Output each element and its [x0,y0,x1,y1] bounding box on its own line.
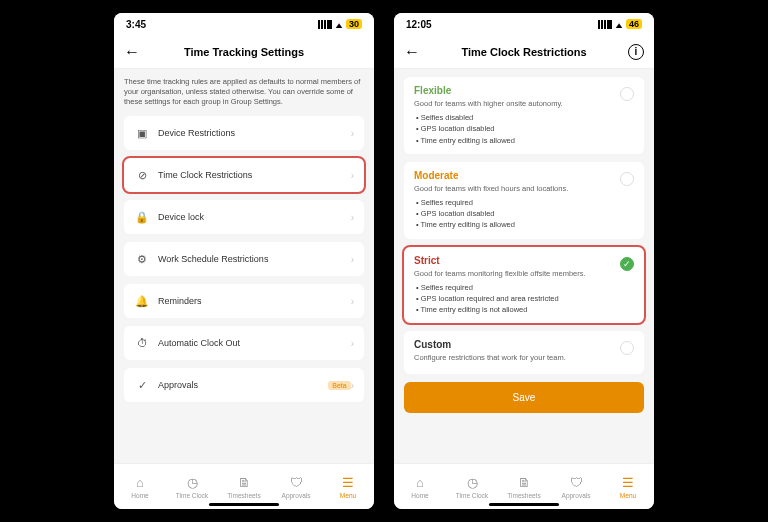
row-label: Reminders [158,296,351,306]
chevron-right-icon: › [351,170,354,181]
approvals-icon: ✓ [134,377,150,393]
home-icon: ⌂ [136,475,144,490]
bullet: Time entry editing is allowed [416,219,634,230]
settings-row-bell[interactable]: 🔔Reminders› [124,284,364,318]
option-subtitle: Good for teams with fixed hours and loca… [414,184,634,193]
option-subtitle: Configure restrictions that work for you… [414,353,634,362]
radio-strict[interactable]: ✓ [620,257,634,271]
bullet: GPS location disabled [416,208,634,219]
wifi-icon [615,19,623,30]
phone-settings: 3:45 30 ← Time Tracking Settings These t… [114,13,374,509]
tab-label: Menu [340,492,356,499]
option-moderate[interactable]: ModerateGood for teams with fixed hours … [404,162,644,239]
row-label: Approvals [158,380,324,390]
bullet: Selfies disabled [416,112,634,123]
tab-home[interactable]: ⌂Home [114,464,166,509]
chevron-right-icon: › [351,296,354,307]
status-time: 3:45 [126,19,146,30]
status-right: 30 [318,19,362,30]
settings-description: These time tracking rules are applied as… [124,77,364,106]
header: ← Time Tracking Settings [114,35,374,69]
back-button[interactable]: ← [124,43,140,61]
signal-icon [598,20,612,29]
page-title: Time Clock Restrictions [394,46,654,58]
timesheets-icon: 🗎 [238,475,251,490]
home-indicator [489,503,559,506]
settings-row-clock-restrict[interactable]: ⊘Time Clock Restrictions› [124,158,364,192]
battery-badge: 46 [626,19,642,29]
save-button[interactable]: Save [404,382,644,413]
approvals-icon: 🛡 [290,475,303,490]
phone-restrictions: 12:05 46 ← Time Clock Restrictions i Fle… [394,13,654,509]
radio-flexible[interactable] [620,87,634,101]
chevron-right-icon: › [351,212,354,223]
settings-row-device[interactable]: ▣Device Restrictions› [124,116,364,150]
tab-label: Time Clock [176,492,208,499]
option-custom[interactable]: CustomConfigure restrictions that work f… [404,331,644,374]
option-flexible[interactable]: FlexibleGood for teams with higher onsit… [404,77,644,154]
option-bullets: Selfies disabledGPS location disabledTim… [414,112,634,146]
approvals-icon: 🛡 [570,475,583,490]
bullet: Selfies required [416,197,634,208]
battery-badge: 30 [346,19,362,29]
menu-icon: ☰ [342,475,354,490]
auto-clock-icon: ⏱ [134,335,150,351]
timeclock-icon: ◷ [187,475,198,490]
chevron-right-icon: › [351,338,354,349]
bullet: GPS location required and area restricte… [416,293,634,304]
settings-row-auto-clock[interactable]: ⏱Automatic Clock Out› [124,326,364,360]
bullet: Time entry editing is not allowed [416,304,634,315]
row-label: Automatic Clock Out [158,338,351,348]
settings-row-approvals[interactable]: ✓ApprovalsBeta› [124,368,364,402]
radio-moderate[interactable] [620,172,634,186]
tab-label: Approvals [282,492,311,499]
tab-menu[interactable]: ☰Menu [602,464,654,509]
settings-row-lock[interactable]: 🔒Device lock› [124,200,364,234]
content: These time tracking rules are applied as… [114,69,374,463]
settings-row-schedule[interactable]: ⚙Work Schedule Restrictions› [124,242,364,276]
timeclock-icon: ◷ [467,475,478,490]
content: FlexibleGood for teams with higher onsit… [394,69,654,463]
wifi-icon [335,19,343,30]
tab-label: Home [411,492,428,499]
chevron-right-icon: › [351,128,354,139]
schedule-icon: ⚙ [134,251,150,267]
chevron-right-icon: › [351,380,354,391]
status-bar: 12:05 46 [394,13,654,35]
tab-label: Menu [620,492,636,499]
tab-label: Timesheets [227,492,260,499]
row-label: Device lock [158,212,351,222]
home-icon: ⌂ [416,475,424,490]
info-button[interactable]: i [628,44,644,60]
timesheets-icon: 🗎 [518,475,531,490]
lock-icon: 🔒 [134,209,150,225]
option-title: Custom [414,339,634,350]
tab-label: Home [131,492,148,499]
home-indicator [209,503,279,506]
back-button[interactable]: ← [404,43,420,61]
tab-menu[interactable]: ☰Menu [322,464,374,509]
row-label: Time Clock Restrictions [158,170,351,180]
bullet: GPS location disabled [416,123,634,134]
option-title: Flexible [414,85,634,96]
bell-icon: 🔔 [134,293,150,309]
status-right: 46 [598,19,642,30]
option-bullets: Selfies requiredGPS location disabledTim… [414,197,634,231]
row-label: Device Restrictions [158,128,351,138]
option-strict[interactable]: StrictGood for teams monitoring flexible… [404,247,644,324]
option-title: Moderate [414,170,634,181]
tab-home[interactable]: ⌂Home [394,464,446,509]
status-time: 12:05 [406,19,432,30]
tab-label: Approvals [562,492,591,499]
tab-label: Timesheets [507,492,540,499]
header: ← Time Clock Restrictions i [394,35,654,69]
row-label: Work Schedule Restrictions [158,254,351,264]
clock-restrict-icon: ⊘ [134,167,150,183]
status-bar: 3:45 30 [114,13,374,35]
chevron-right-icon: › [351,254,354,265]
bullet: Time entry editing is allowed [416,135,634,146]
beta-badge: Beta [328,381,350,390]
tab-label: Time Clock [456,492,488,499]
option-bullets: Selfies requiredGPS location required an… [414,282,634,316]
device-icon: ▣ [134,125,150,141]
